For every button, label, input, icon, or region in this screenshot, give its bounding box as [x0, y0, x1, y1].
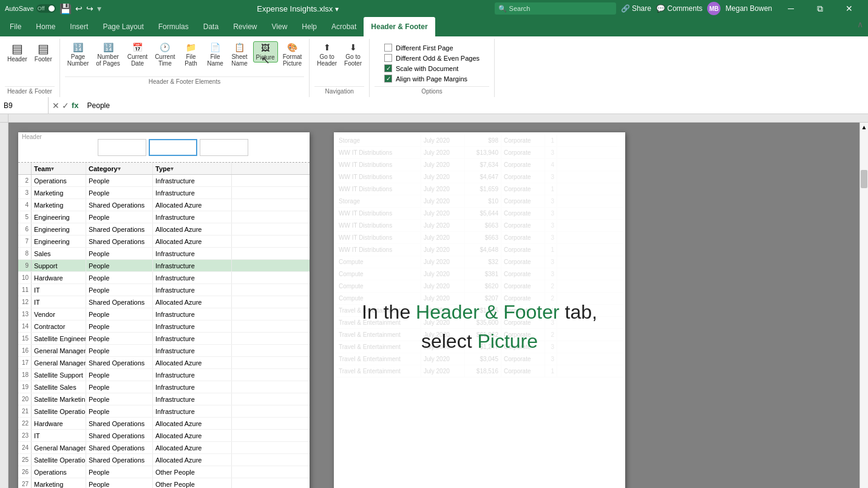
table-row: 6EngineeringShared OperationsAllocated A… [18, 223, 310, 236]
autosave-indicator: AutoSave Off [5, 4, 56, 13]
tab-home[interactable]: Home [29, 17, 63, 36]
footer-button[interactable]: ▤ Footer [32, 41, 55, 64]
customize-quick-access-icon[interactable]: ▾ [97, 4, 101, 13]
rt-row: ComputeJuly 2020$207Corporate2 [336, 293, 623, 305]
num-pages-label: Numberof Pages [96, 53, 120, 67]
header-left-input[interactable] [98, 139, 146, 156]
save-icon[interactable]: 💾 [59, 3, 72, 15]
tc-type-header: Type ▾ [153, 163, 232, 174]
name-box[interactable]: B9 [0, 97, 49, 114]
diff-first-checkbox[interactable] [384, 44, 392, 52]
table-row: 18Satellite SupportPeopleInfrastructure [18, 369, 310, 381]
current-time-icon: 🕐 [160, 42, 170, 52]
rt-row: WW IT DistributionsJuly 2020$1,659Corpor… [336, 183, 623, 195]
ribbon-groups: ▤ Header ▤ Footer Header & Footer 🔢 Page… [0, 39, 868, 97]
rt-row: Travel & EntertainmentJuly 2020$3,045Cor… [336, 353, 623, 365]
header-right-input[interactable] [200, 139, 248, 156]
main-area: Header Team ▾ Category ▾ [0, 114, 868, 488]
tab-formulas[interactable]: Formulas [151, 17, 196, 36]
file-path-button[interactable]: 📁 FilePath [180, 41, 202, 68]
tab-help[interactable]: Help [294, 17, 324, 36]
table-row-selected: 9SupportPeopleInfrastructure [18, 260, 310, 272]
table-row: 14ContractorPeopleInfrastructure [18, 320, 310, 333]
current-date-button[interactable]: 📅 CurrentDate [125, 41, 150, 68]
group-header-footer-label: Header & Footer [5, 86, 55, 95]
table-row: 11ITPeopleInfrastructure [18, 284, 310, 296]
right-page-bg-data: StorageJuly 2020$98Corporate1 WW IT Dist… [334, 132, 625, 380]
table-row: 24General ManagenShared OperationsAlloca… [18, 442, 310, 454]
minimize-button[interactable]: ─ [777, 0, 805, 17]
category-filter[interactable]: ▾ [118, 166, 121, 172]
tc-team-header: Team ▾ [32, 163, 86, 174]
num-pages-button[interactable]: 🔢 Numberof Pages [93, 41, 122, 68]
align-margins-checkbox[interactable]: ✓ [384, 75, 392, 83]
picture-button[interactable]: 🖼 Picture ↖ [253, 41, 278, 63]
filename-dropdown-icon[interactable]: ▾ [335, 5, 339, 13]
search-bar[interactable]: 🔍 Search [495, 2, 616, 15]
file-name-button[interactable]: 📄 FileName [205, 41, 226, 68]
confirm-formula-icon[interactable]: ✓ [62, 101, 69, 110]
current-time-button[interactable]: 🕐 CurrentTime [152, 41, 177, 68]
table-row: 25Satellite OperatioShared OperationsAll… [18, 454, 310, 466]
tab-insert[interactable]: Insert [63, 17, 95, 36]
page-header-area: Header [18, 132, 310, 163]
scroll-track-vertical[interactable] [860, 131, 868, 488]
rt-row: Travel & EntertainmentJuly 2020$1,247Cor… [336, 341, 623, 353]
redo-icon[interactable]: ↪ [86, 4, 93, 13]
option-diff-odd: Different Odd & Even Pages [384, 54, 480, 62]
table-row: 2OperationsPeopleInfrastructure [18, 175, 310, 187]
group-navigation-label: Navigation [314, 86, 364, 95]
tab-header-footer[interactable]: Header & Footer [364, 17, 435, 36]
header-center-input[interactable] [149, 139, 197, 156]
rt-row: ComputeJuly 2020$620Corporate2 [336, 280, 623, 293]
autosave-toggle[interactable]: Off [36, 4, 56, 13]
diff-odd-label: Different Odd & Even Pages [396, 55, 480, 62]
rt-row: Travel & EntertainmentJuly 2020$18,516Co… [336, 365, 623, 378]
header-button[interactable]: ▤ Header [5, 41, 30, 64]
go-to-header-icon: ⬆ [324, 42, 331, 52]
go-to-header-button[interactable]: ⬆ Go toHeader [314, 41, 339, 68]
cancel-formula-icon[interactable]: ✕ [52, 101, 59, 110]
header-icon: ▤ [12, 42, 23, 55]
table-row: 3MarketingPeopleInfrastructure [18, 187, 310, 199]
table-row: 7EngineeringShared OperationsAllocated A… [18, 236, 310, 248]
ribbon-collapse-button[interactable]: ∧ [857, 19, 863, 29]
close-button[interactable]: ✕ [835, 0, 863, 17]
restore-button[interactable]: ⧉ [806, 0, 834, 17]
filename: Expense Insights.xlsx [257, 4, 333, 13]
rt-row: WW IT DistributionsJuly 2020$663Corporat… [336, 220, 623, 232]
type-filter[interactable]: ▾ [171, 166, 174, 172]
tab-review[interactable]: Review [226, 17, 264, 36]
vertical-scrollbar[interactable]: ▲ ▼ [860, 123, 868, 488]
autosave-status: Off [38, 5, 45, 12]
formula-input[interactable] [83, 97, 868, 114]
scroll-thumb-vertical[interactable] [861, 170, 867, 188]
scale-doc-checkbox[interactable]: ✓ [384, 64, 392, 72]
table-row: 5EngineeringPeopleInfrastructure [18, 211, 310, 223]
page-number-button[interactable]: 🔢 PageNumber [65, 41, 92, 68]
rt-row: WW IT DistributionsJuly 2020$4,648Corpor… [336, 244, 623, 256]
search-icon: 🔍 [498, 5, 507, 13]
scroll-up-button[interactable]: ▲ [860, 123, 868, 131]
current-date-label: CurrentDate [127, 53, 147, 67]
comments-button[interactable]: 💬 Comments [656, 4, 702, 13]
tab-acrobat[interactable]: Acrobat [324, 17, 364, 36]
go-to-footer-button[interactable]: ⬇ Go toFooter [342, 41, 364, 68]
tab-view[interactable]: View [265, 17, 295, 36]
table-row: 17General ManagenShared OperationsAlloca… [18, 357, 310, 369]
undo-icon[interactable]: ↩ [75, 4, 83, 13]
rt-row: WW IT DistributionsJuly 2020$7,634Corpor… [336, 159, 623, 171]
tab-page-layout[interactable]: Page Layout [95, 17, 151, 36]
ruler-horizontal [8, 114, 868, 123]
insert-function-icon[interactable]: fx [72, 101, 79, 110]
sheet-name-button[interactable]: 📋 SheetName [229, 41, 251, 68]
ribbon: File Home Insert Page Layout Formulas Da… [0, 17, 868, 97]
diff-odd-checkbox[interactable] [384, 54, 392, 62]
team-filter[interactable]: ▾ [51, 166, 54, 172]
tab-file[interactable]: File [2, 17, 29, 36]
scale-doc-label: Scale with Document [396, 65, 458, 72]
tab-data[interactable]: Data [196, 17, 226, 36]
format-picture-button[interactable]: 🎨 FormatPicture [280, 41, 305, 68]
share-button[interactable]: 🔗 Share [621, 4, 651, 13]
title-bar-center: Expense Insights.xlsx ▾ [257, 4, 339, 13]
